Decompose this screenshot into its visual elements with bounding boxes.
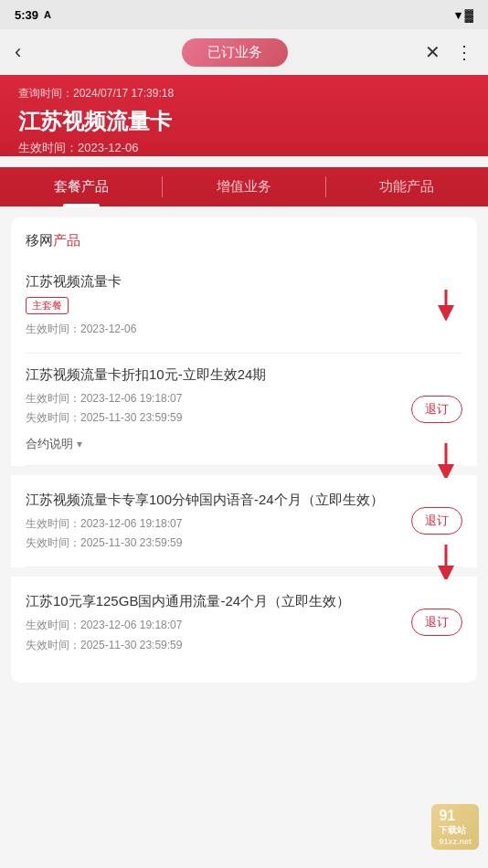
watermark-line1: 91 [439,808,472,824]
arrow-down-icon-1 [430,288,462,321]
contract-link-2[interactable]: 合约说明 ▾ [26,436,389,452]
effective-time-value: 2023-12-06 [78,141,139,154]
status-bar-left: 5:39 A [15,8,51,22]
more-button[interactable]: ⋮ [455,41,473,63]
product-name-1: 江苏视频流量卡 [26,273,462,291]
effective-time: 生效时间：2023-12-06 [18,140,470,156]
product-name-3: 江苏视频流量卡专享100分钟国内语音-24个月（立即生效） [26,492,389,509]
product-time-4: 生效时间：2023-12-06 19:18:07失效时间：2025-11-30 … [26,616,389,655]
contract-link-label-2: 合约说明 [26,436,73,452]
watermark-url: 91xz.net [439,837,472,846]
header: ‹ 已订业务 ✕ ⋮ [0,29,488,75]
page-title: 江苏视频流量卡 [18,107,470,136]
watermark: 91 下载站 91xz.net [431,804,479,850]
product-name-4: 江苏10元享125GB国内通用流量-24个月（立即生效） [26,593,389,610]
product-item-3: 江苏视频流量卡专享100分钟国内语音-24个月（立即生效） 生效时间：2023-… [26,475,462,567]
tabs: 套餐产品 增值业务 功能产品 [0,167,488,206]
watermark-line2: 下载站 [439,824,472,837]
products-card: 移网产品 江苏视频流量卡 主套餐 生效时间：2023-12-06 [11,217,477,683]
chevron-down-icon: ▾ [77,438,82,450]
watermark-box: 91 下载站 91xz.net [431,804,479,850]
top-section: 查询时间：2024/07/17 17:39:18 江苏视频流量卡 生效时间：20… [0,75,488,156]
product-item-1: 江苏视频流量卡 主套餐 生效时间：2023-12-06 [26,260,462,354]
battery-icon: ▓ [465,8,473,22]
product-name-2: 江苏视频流量卡折扣10元-立即生效24期 [26,366,389,384]
tab-function[interactable]: 功能产品 [326,167,488,206]
arrow-down-icon-2 [430,441,462,478]
query-time-label: 查询时间： [18,87,73,100]
tab-value-added[interactable]: 增值业务 [163,167,324,206]
network-icon: A [44,9,51,20]
wifi-icon: ▾ [455,8,461,22]
product-time-3: 生效时间：2023-12-06 19:18:07失效时间：2025-11-30 … [26,514,389,554]
query-time: 查询时间：2024/07/17 17:39:18 [18,86,470,101]
status-time: 5:39 [15,8,38,22]
effective-time-label: 生效时间： [18,141,78,154]
product-time-2: 生效时间：2023-12-06 19:18:07失效时间：2025-11-30 … [26,389,389,429]
header-title-container: 已订业务 [44,38,425,67]
close-button[interactable]: ✕ [425,41,440,63]
item-separator-2 [11,567,477,577]
header-actions: ✕ ⋮ [425,41,473,63]
tab-function-label: 功能产品 [379,178,434,194]
unsubscribe-button-3[interactable]: 退订 [411,507,462,535]
main-badge-1: 主套餐 [26,297,69,314]
unsubscribe-button-2[interactable]: 退订 [411,396,462,423]
product-effective-time-1: 生效时间：2023-12-06 [26,320,462,340]
section-header-accent: 产品 [53,232,80,248]
unsubscribe-button-4[interactable]: 退订 [411,609,462,636]
status-bar-right: ▾ ▓ [455,8,473,22]
tab-package-label: 套餐产品 [54,178,109,194]
back-button[interactable]: ‹ [15,40,44,64]
product-item-2: 江苏视频流量卡折扣10元-立即生效24期 生效时间：2023-12-06 19:… [26,354,462,466]
query-time-value: 2024/07/17 17:39:18 [73,87,174,100]
header-title: 已订业务 [182,38,288,67]
item-separator-1 [11,466,477,475]
tab-value-added-label: 增值业务 [217,178,271,194]
arrow-down-icon-3 [430,543,462,579]
product-item-4: 江苏10元享125GB国内通用流量-24个月（立即生效） 生效时间：2023-1… [26,577,462,668]
status-bar: 5:39 A ▾ ▓ [0,0,488,29]
content: 移网产品 江苏视频流量卡 主套餐 生效时间：2023-12-06 [0,206,488,693]
section-header: 移网产品 [26,232,462,249]
tab-package[interactable]: 套餐产品 [0,167,162,206]
